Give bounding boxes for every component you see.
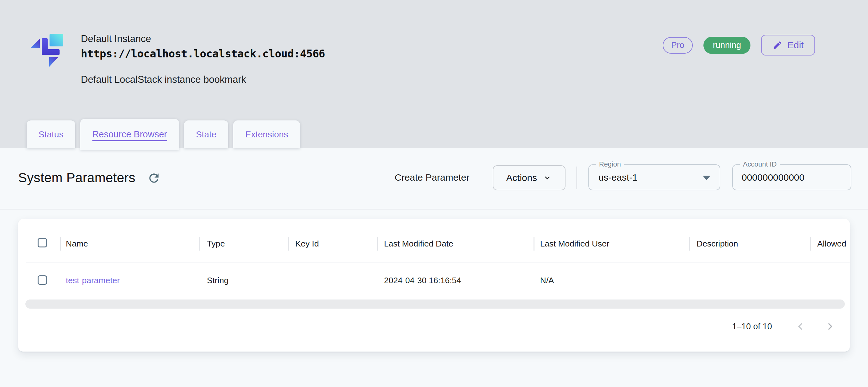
- column-header-key-id[interactable]: Key Id: [295, 239, 319, 249]
- page-title: System Parameters: [18, 170, 135, 185]
- region-select-label: Region: [596, 160, 624, 169]
- column-header-name[interactable]: Name: [66, 239, 88, 249]
- parameter-modified-date-cell: 2024-04-30 16:16:54: [384, 276, 461, 286]
- select-all-checkbox[interactable]: [38, 238, 47, 247]
- instance-url: https://localhost.localstack.cloud:4566: [81, 47, 325, 61]
- account-id-input[interactable]: [742, 165, 842, 190]
- chevron-right-icon: [823, 320, 837, 333]
- column-header-last-modified-user[interactable]: Last Modified User: [540, 239, 610, 249]
- column-separator: [810, 237, 811, 250]
- pagination-range-label: 1–10 of 10: [717, 322, 786, 331]
- row-divider: [26, 262, 850, 263]
- toolbar-divider: [577, 167, 577, 189]
- column-separator: [288, 237, 289, 250]
- create-parameter-button[interactable]: Create Parameter: [395, 172, 469, 183]
- region-select-value: us-east-1: [598, 172, 638, 183]
- next-page-button[interactable]: [823, 319, 838, 334]
- instance-subtitle: Default LocalStack instance bookmark: [81, 74, 325, 85]
- actions-dropdown-label: Actions: [506, 173, 537, 183]
- status-badge: running: [704, 37, 750, 54]
- chevron-down-icon: [542, 173, 552, 182]
- parameters-table-card: Name Type Key Id Last Modified Date Last…: [18, 219, 850, 352]
- previous-page-button[interactable]: [793, 319, 808, 334]
- actions-dropdown-button[interactable]: Actions: [493, 165, 565, 190]
- account-id-field: Account ID: [732, 164, 851, 190]
- column-separator: [533, 237, 534, 250]
- section-divider: [0, 209, 868, 209]
- column-header-description[interactable]: Description: [696, 239, 738, 249]
- column-header-allowed[interactable]: Allowed: [817, 239, 846, 249]
- instance-tabs: Status Resource Browser State Extensions: [27, 119, 300, 148]
- edit-button-label: Edit: [787, 40, 804, 51]
- tab-resource-browser[interactable]: Resource Browser: [80, 119, 179, 150]
- resource-browser-panel: System Parameters Create Parameter Actio…: [0, 148, 868, 387]
- chevron-left-icon: [794, 320, 807, 333]
- column-separator: [377, 237, 378, 250]
- column-separator: [60, 237, 61, 250]
- edit-button[interactable]: Edit: [761, 35, 815, 56]
- region-select[interactable]: Region us-east-1: [588, 164, 720, 190]
- horizontal-scrollbar[interactable]: [25, 299, 845, 308]
- localstack-instance-page: Default Instance https://localhost.local…: [0, 0, 868, 387]
- column-separator: [199, 237, 200, 250]
- column-header-type[interactable]: Type: [207, 239, 225, 249]
- instance-title: Default Instance: [81, 33, 325, 45]
- parameter-modified-user-cell: N/A: [540, 276, 554, 286]
- tab-extensions[interactable]: Extensions: [233, 120, 300, 148]
- row-checkbox[interactable]: [38, 275, 47, 285]
- tab-status[interactable]: Status: [27, 120, 75, 148]
- refresh-icon: [147, 171, 161, 185]
- triangle-down-icon: [703, 176, 710, 180]
- parameter-name-link[interactable]: test-parameter: [66, 276, 120, 286]
- localstack-logo-icon: [30, 34, 63, 67]
- refresh-button[interactable]: [146, 171, 161, 186]
- column-separator: [689, 237, 690, 250]
- pencil-icon: [772, 40, 782, 50]
- header-badges: Pro running Edit: [663, 32, 815, 58]
- plan-badge: Pro: [663, 37, 693, 54]
- parameter-type-cell: String: [207, 276, 228, 286]
- instance-header: Default Instance https://localhost.local…: [81, 33, 325, 85]
- column-header-last-modified-date[interactable]: Last Modified Date: [384, 239, 453, 249]
- tab-state[interactable]: State: [184, 120, 228, 148]
